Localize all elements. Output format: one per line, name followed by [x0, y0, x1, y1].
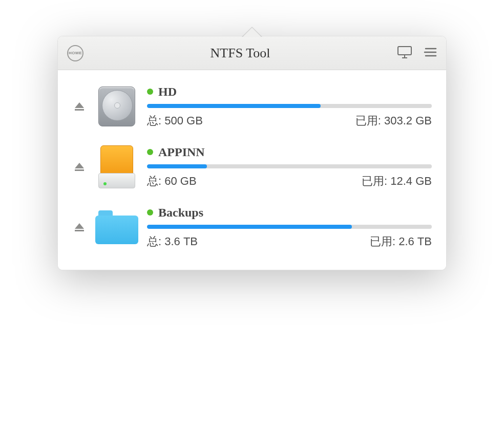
drive-stats: 总: 60 GB 已用: 12.4 GB — [147, 174, 432, 189]
total-label: 总: 500 GB — [147, 113, 203, 128]
titlebar: HOME NTFS Tool — [58, 36, 446, 70]
folder-icon — [95, 210, 138, 244]
drive-row[interactable]: HD 总: 500 GB 已用: 303.2 GB — [58, 75, 446, 136]
used-label: 已用: 2.6 TB — [370, 234, 432, 249]
usage-bar — [147, 225, 432, 229]
eject-button[interactable] — [69, 222, 90, 233]
svg-rect-7 — [75, 109, 84, 111]
svg-marker-8 — [75, 163, 84, 168]
status-dot-icon — [147, 209, 153, 216]
drive-row[interactable]: APPINN 总: 60 GB 已用: 12.4 GB — [58, 136, 446, 196]
svg-rect-9 — [75, 169, 84, 171]
home-button[interactable]: HOME — [67, 45, 83, 61]
usage-bar-fill — [147, 164, 207, 168]
drive-stats: 总: 3.6 TB 已用: 2.6 TB — [147, 234, 432, 249]
usage-bar — [147, 104, 432, 108]
usage-bar — [147, 164, 432, 168]
total-label: 总: 60 GB — [147, 174, 197, 189]
drive-name: APPINN — [158, 145, 205, 159]
drive-stats: 总: 500 GB 已用: 303.2 GB — [147, 113, 432, 128]
drive-name-row: Backups — [147, 206, 432, 220]
eject-button[interactable] — [69, 101, 90, 112]
total-label: 总: 3.6 TB — [147, 234, 198, 249]
svg-marker-6 — [75, 102, 84, 108]
menu-icon[interactable] — [424, 47, 437, 60]
app-title: NTFS Tool — [211, 46, 270, 61]
drive-name-row: HD — [147, 85, 432, 99]
eject-button[interactable] — [69, 161, 90, 173]
usage-bar-fill — [147, 225, 352, 229]
drive-info: APPINN 总: 60 GB 已用: 12.4 GB — [147, 145, 432, 189]
hdd-icon — [98, 87, 135, 126]
usage-bar-fill — [147, 104, 321, 108]
header-right-icons — [397, 46, 437, 61]
drive-icon-container — [94, 144, 140, 190]
svg-marker-10 — [75, 223, 84, 229]
drive-name-row: APPINN — [147, 145, 432, 159]
status-dot-icon — [147, 89, 153, 95]
drive-info: Backups 总: 3.6 TB 已用: 2.6 TB — [147, 206, 432, 249]
drive-name: HD — [158, 85, 177, 99]
status-dot-icon — [147, 149, 153, 155]
drive-list: HD 总: 500 GB 已用: 303.2 GB APPINN — [58, 70, 446, 270]
popover-arrow — [243, 28, 261, 37]
popover-window: HOME NTFS Tool — [57, 36, 447, 270]
used-label: 已用: 303.2 GB — [355, 113, 432, 128]
drive-icon-container — [94, 83, 140, 130]
popover: HOME NTFS Tool — [57, 36, 447, 270]
drive-name: Backups — [158, 206, 203, 220]
svg-rect-0 — [398, 47, 411, 55]
svg-rect-11 — [75, 230, 84, 231]
drive-row[interactable]: Backups 总: 3.6 TB 已用: 2.6 TB — [58, 196, 446, 256]
used-label: 已用: 12.4 GB — [362, 174, 432, 189]
drive-icon-container — [94, 204, 140, 250]
drive-info: HD 总: 500 GB 已用: 303.2 GB — [147, 85, 432, 128]
home-button-label: HOME — [69, 51, 82, 55]
external-drive-icon — [98, 145, 135, 188]
display-icon[interactable] — [397, 46, 412, 61]
